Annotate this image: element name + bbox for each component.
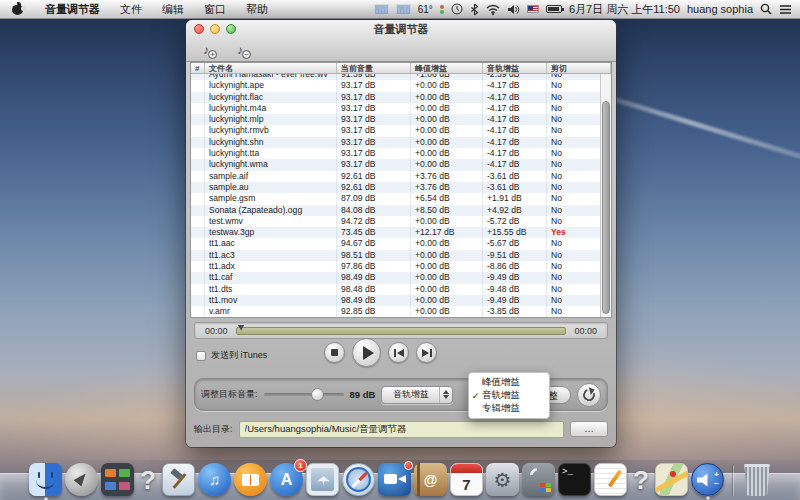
target-volume-slider[interactable]: [264, 393, 344, 396]
mail-icon[interactable]: [306, 463, 339, 496]
next-button[interactable]: [416, 342, 437, 363]
system-preferences-icon[interactable]: ⚙: [486, 463, 519, 496]
menu-item-专辑增益[interactable]: 专辑增益: [469, 402, 549, 415]
table-row[interactable]: luckynight.wma93.17 dB+0.00 dB-4.17 dBNo: [191, 159, 611, 170]
table-scrollbar[interactable]: [600, 74, 611, 317]
fast-user-switch[interactable]: huang sophia: [687, 3, 753, 15]
facetime-icon[interactable]: [378, 463, 411, 496]
menu-item-峰值增益[interactable]: 峰值增益: [469, 376, 549, 389]
menu-item-音轨增益[interactable]: ✓音轨增益: [469, 389, 549, 402]
menu-bar: 音量调节器文件编辑窗口帮助 61° 6月7日 周六 上午11:50 huang …: [0, 0, 800, 19]
column-header-file[interactable]: 文件名: [205, 63, 337, 73]
add-files-button[interactable]: ♪+: [194, 40, 218, 59]
gain-mode-value: 音轨增益: [382, 388, 439, 401]
table-row[interactable]: tt1.adx97.86 dB+0.00 dB-8.86 dBNo: [191, 261, 611, 272]
send-to-itunes-checkbox[interactable]: 发送到 iTunes: [196, 349, 267, 362]
menubar-menu-4[interactable]: 窗口: [194, 0, 236, 19]
temperature-status[interactable]: 61°: [418, 4, 433, 15]
terminal-icon[interactable]: >_: [558, 463, 591, 496]
sensor-dots-icon[interactable]: [440, 5, 444, 14]
menubar-menu-5[interactable]: 帮助: [236, 0, 278, 19]
table-row[interactable]: tt1.mov98.49 dB+0.00 dB-9.49 dBNo: [191, 295, 611, 306]
column-header-volume[interactable]: 当前音量: [337, 63, 411, 73]
unknown-app-icon-2[interactable]: ?: [630, 463, 652, 496]
stop-button[interactable]: [324, 342, 345, 363]
checkbox-box[interactable]: [196, 351, 206, 361]
play-button[interactable]: [352, 338, 381, 367]
progress-track[interactable]: [236, 327, 567, 335]
screenshots-app-icon[interactable]: [101, 463, 134, 496]
xcode-icon[interactable]: [162, 463, 195, 496]
output-directory-field[interactable]: [239, 421, 564, 438]
column-header-track-gain[interactable]: 音轨增益: [483, 63, 547, 73]
refresh-icon: [581, 387, 597, 403]
menubar-clock[interactable]: 6月7日 周六 上午11:50: [569, 2, 680, 17]
menubar-menu-1[interactable]: 音量调节器: [35, 0, 110, 19]
table-row[interactable]: sample.au92.61 dB+3.76 dB-3.61 dBNo: [191, 182, 611, 193]
playhead-marker[interactable]: [238, 325, 245, 331]
table-row[interactable]: luckynight.m4a93.17 dB+0.00 dB-4.17 dBNo: [191, 103, 611, 114]
table-row[interactable]: tt1.ac398.51 dB+0.00 dB-9.51 dBNo: [191, 250, 611, 261]
remove-files-button[interactable]: ♪−: [228, 40, 252, 59]
remote-desktop-icon[interactable]: [522, 463, 555, 496]
unknown-app-icon[interactable]: ?: [137, 463, 159, 496]
table-row[interactable]: tt1.aac94.67 dB+0.00 dB-5.67 dBNo: [191, 238, 611, 249]
column-header-clip[interactable]: 剪切: [547, 63, 611, 73]
table-row[interactable]: v.amr92.85 dB+0.00 dB-3.85 dBNo: [191, 306, 611, 317]
app-store-icon[interactable]: A1: [270, 463, 303, 496]
window-chrome: 音量调节器 ♪+ ♪−: [186, 20, 616, 62]
gain-mode-popup[interactable]: 音轨增益: [381, 386, 453, 404]
table-row[interactable]: testwav.3gp73.45 dB+12.17 dB+15.55 dBYes: [191, 227, 611, 238]
previous-button[interactable]: [388, 342, 409, 363]
apple-menu-icon[interactable]: [12, 3, 23, 15]
itunes-icon[interactable]: ♫: [198, 463, 231, 496]
table-row[interactable]: luckynight.ape93.17 dB+0.00 dB-4.17 dBNo: [191, 80, 611, 91]
play-icon: [363, 346, 374, 360]
volume-icon[interactable]: [507, 4, 520, 15]
window-title: 音量调节器: [186, 22, 616, 37]
app-window: 音量调节器 ♪+ ♪− # 文件名 当前音量 峰值增益 音轨增益 剪切 Ayum…: [186, 20, 616, 447]
column-header-num[interactable]: #: [191, 63, 205, 73]
menubar-menu-3[interactable]: 编辑: [152, 0, 194, 19]
column-header-peak-gain[interactable]: 峰值增益: [411, 63, 483, 73]
table-row[interactable]: tt1.dts98.48 dB+0.00 dB-9.48 dBNo: [191, 284, 611, 295]
table-row[interactable]: luckynight.shn93.17 dB+0.00 dB-4.17 dBNo: [191, 137, 611, 148]
table-row[interactable]: luckynight.flac93.17 dB+0.00 dB-4.17 dBN…: [191, 92, 611, 103]
desktop: 音量调节器文件编辑窗口帮助 61° 6月7日 周六 上午11:50 huang …: [0, 0, 800, 500]
trash-icon[interactable]: [743, 464, 771, 496]
safari-icon[interactable]: [342, 463, 375, 496]
input-language-flag-icon[interactable]: [527, 5, 539, 13]
notification-center-icon[interactable]: [779, 4, 792, 15]
refresh-button[interactable]: [577, 383, 601, 407]
textedit-icon[interactable]: [594, 463, 627, 496]
table-row[interactable]: sample.gsm87.09 dB+6.54 dB+1.91 dBNo: [191, 193, 611, 204]
volume-adjuster-app-icon[interactable]: +−: [691, 463, 724, 496]
slider-thumb[interactable]: [311, 388, 324, 401]
finder-icon[interactable]: [29, 463, 62, 496]
running-indicator: [706, 496, 710, 500]
cpu-meter-icon[interactable]: [374, 4, 389, 15]
table-row[interactable]: luckynight.mlp93.17 dB+0.00 dB-4.17 dBNo: [191, 114, 611, 125]
calendar-icon[interactable]: 7: [450, 463, 483, 496]
table-row[interactable]: luckynight.tta93.17 dB+0.00 dB-4.17 dBNo: [191, 148, 611, 159]
clock-icon[interactable]: [451, 3, 463, 15]
table-row[interactable]: luckynight.rmvb93.17 dB+0.00 dB-4.17 dBN…: [191, 125, 611, 136]
table-row[interactable]: tt1.caf98.49 dB+0.00 dB-9.49 dBNo: [191, 272, 611, 283]
battery-icon[interactable]: [546, 5, 562, 13]
contacts-icon[interactable]: @: [414, 463, 447, 496]
dock: ? ♫ A1 @ 7 ⚙ >_ ? +−: [0, 463, 800, 496]
browse-button[interactable]: …: [570, 421, 608, 437]
previous-icon: [394, 349, 404, 357]
bluetooth-icon[interactable]: [470, 3, 479, 16]
table-row[interactable]: Sonata (Zapateado).ogg84.08 dB+8.50 dB+4…: [191, 205, 611, 216]
menubar-menu-2[interactable]: 文件: [110, 0, 152, 19]
wifi-icon[interactable]: [486, 4, 500, 15]
table-row[interactable]: sample.aif92.61 dB+3.76 dB-3.61 dBNo: [191, 171, 611, 182]
spotlight-icon[interactable]: [760, 3, 772, 15]
launchpad-icon[interactable]: [65, 463, 98, 496]
ibooks-icon[interactable]: [234, 463, 267, 496]
table-row[interactable]: test.wmv94.72 dB+0.00 dB-5.72 dBNo: [191, 216, 611, 227]
scrollbar-thumb[interactable]: [602, 101, 610, 314]
network-meter-icon[interactable]: [396, 4, 411, 15]
maps-icon[interactable]: [655, 463, 688, 496]
